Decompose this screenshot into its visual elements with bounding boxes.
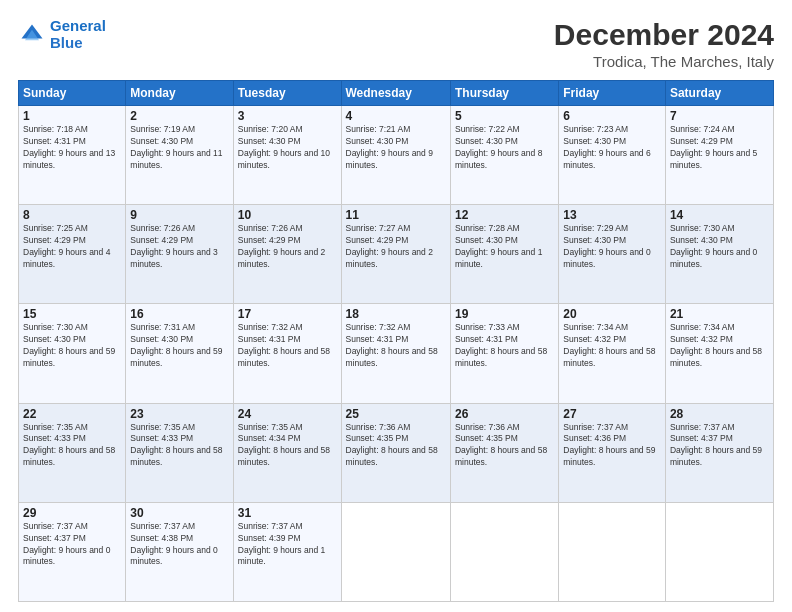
title-block: December 2024 Trodica, The Marches, Ital… — [554, 18, 774, 70]
calendar-week-row: 29Sunrise: 7:37 AMSunset: 4:37 PMDayligh… — [19, 502, 774, 601]
day-number: 2 — [130, 109, 228, 123]
day-of-week-header: Friday — [559, 81, 666, 106]
day-of-week-header: Saturday — [665, 81, 773, 106]
day-number: 10 — [238, 208, 337, 222]
day-number: 25 — [346, 407, 446, 421]
calendar-day-cell: 18Sunrise: 7:32 AMSunset: 4:31 PMDayligh… — [341, 304, 450, 403]
logo-line2: Blue — [50, 34, 83, 51]
calendar-day-cell: 17Sunrise: 7:32 AMSunset: 4:31 PMDayligh… — [233, 304, 341, 403]
day-number: 4 — [346, 109, 446, 123]
calendar-day-cell: 9Sunrise: 7:26 AMSunset: 4:29 PMDaylight… — [126, 205, 233, 304]
calendar-table: SundayMondayTuesdayWednesdayThursdayFrid… — [18, 80, 774, 602]
calendar-day-cell: 21Sunrise: 7:34 AMSunset: 4:32 PMDayligh… — [665, 304, 773, 403]
calendar-day-cell — [341, 502, 450, 601]
day-number: 27 — [563, 407, 661, 421]
day-info: Sunrise: 7:27 AMSunset: 4:29 PMDaylight:… — [346, 223, 446, 271]
day-info: Sunrise: 7:37 AMSunset: 4:38 PMDaylight:… — [130, 521, 228, 569]
day-of-week-header: Tuesday — [233, 81, 341, 106]
day-number: 1 — [23, 109, 121, 123]
day-info: Sunrise: 7:37 AMSunset: 4:37 PMDaylight:… — [23, 521, 121, 569]
day-number: 8 — [23, 208, 121, 222]
day-number: 13 — [563, 208, 661, 222]
calendar-day-cell: 16Sunrise: 7:31 AMSunset: 4:30 PMDayligh… — [126, 304, 233, 403]
day-info: Sunrise: 7:28 AMSunset: 4:30 PMDaylight:… — [455, 223, 554, 271]
day-number: 22 — [23, 407, 121, 421]
day-number: 26 — [455, 407, 554, 421]
day-info: Sunrise: 7:35 AMSunset: 4:34 PMDaylight:… — [238, 422, 337, 470]
header: General Blue December 2024 Trodica, The … — [18, 18, 774, 70]
calendar-day-cell — [559, 502, 666, 601]
calendar-week-row: 1Sunrise: 7:18 AMSunset: 4:31 PMDaylight… — [19, 106, 774, 205]
calendar-day-cell: 12Sunrise: 7:28 AMSunset: 4:30 PMDayligh… — [450, 205, 558, 304]
calendar-day-cell: 29Sunrise: 7:37 AMSunset: 4:37 PMDayligh… — [19, 502, 126, 601]
day-info: Sunrise: 7:18 AMSunset: 4:31 PMDaylight:… — [23, 124, 121, 172]
day-number: 14 — [670, 208, 769, 222]
calendar-week-row: 15Sunrise: 7:30 AMSunset: 4:30 PMDayligh… — [19, 304, 774, 403]
calendar-header-row: SundayMondayTuesdayWednesdayThursdayFrid… — [19, 81, 774, 106]
day-info: Sunrise: 7:29 AMSunset: 4:30 PMDaylight:… — [563, 223, 661, 271]
day-number: 6 — [563, 109, 661, 123]
day-info: Sunrise: 7:23 AMSunset: 4:30 PMDaylight:… — [563, 124, 661, 172]
day-info: Sunrise: 7:34 AMSunset: 4:32 PMDaylight:… — [563, 322, 661, 370]
day-info: Sunrise: 7:33 AMSunset: 4:31 PMDaylight:… — [455, 322, 554, 370]
day-number: 15 — [23, 307, 121, 321]
month-title: December 2024 — [554, 18, 774, 51]
calendar-day-cell: 13Sunrise: 7:29 AMSunset: 4:30 PMDayligh… — [559, 205, 666, 304]
calendar-day-cell: 30Sunrise: 7:37 AMSunset: 4:38 PMDayligh… — [126, 502, 233, 601]
day-of-week-header: Sunday — [19, 81, 126, 106]
day-info: Sunrise: 7:32 AMSunset: 4:31 PMDaylight:… — [346, 322, 446, 370]
calendar-day-cell: 3Sunrise: 7:20 AMSunset: 4:30 PMDaylight… — [233, 106, 341, 205]
logo-line1: General — [50, 17, 106, 34]
day-info: Sunrise: 7:22 AMSunset: 4:30 PMDaylight:… — [455, 124, 554, 172]
day-info: Sunrise: 7:37 AMSunset: 4:39 PMDaylight:… — [238, 521, 337, 569]
calendar-day-cell: 23Sunrise: 7:35 AMSunset: 4:33 PMDayligh… — [126, 403, 233, 502]
day-info: Sunrise: 7:35 AMSunset: 4:33 PMDaylight:… — [23, 422, 121, 470]
day-number: 3 — [238, 109, 337, 123]
calendar-day-cell: 25Sunrise: 7:36 AMSunset: 4:35 PMDayligh… — [341, 403, 450, 502]
day-number: 30 — [130, 506, 228, 520]
day-number: 16 — [130, 307, 228, 321]
day-number: 31 — [238, 506, 337, 520]
day-number: 9 — [130, 208, 228, 222]
calendar-day-cell: 28Sunrise: 7:37 AMSunset: 4:37 PMDayligh… — [665, 403, 773, 502]
calendar-day-cell: 5Sunrise: 7:22 AMSunset: 4:30 PMDaylight… — [450, 106, 558, 205]
calendar-day-cell: 15Sunrise: 7:30 AMSunset: 4:30 PMDayligh… — [19, 304, 126, 403]
day-info: Sunrise: 7:21 AMSunset: 4:30 PMDaylight:… — [346, 124, 446, 172]
day-info: Sunrise: 7:36 AMSunset: 4:35 PMDaylight:… — [455, 422, 554, 470]
calendar-day-cell: 1Sunrise: 7:18 AMSunset: 4:31 PMDaylight… — [19, 106, 126, 205]
calendar-day-cell: 2Sunrise: 7:19 AMSunset: 4:30 PMDaylight… — [126, 106, 233, 205]
day-number: 29 — [23, 506, 121, 520]
day-info: Sunrise: 7:31 AMSunset: 4:30 PMDaylight:… — [130, 322, 228, 370]
calendar-day-cell: 14Sunrise: 7:30 AMSunset: 4:30 PMDayligh… — [665, 205, 773, 304]
calendar-day-cell: 7Sunrise: 7:24 AMSunset: 4:29 PMDaylight… — [665, 106, 773, 205]
calendar-day-cell: 27Sunrise: 7:37 AMSunset: 4:36 PMDayligh… — [559, 403, 666, 502]
day-number: 24 — [238, 407, 337, 421]
page: General Blue December 2024 Trodica, The … — [0, 0, 792, 612]
day-info: Sunrise: 7:36 AMSunset: 4:35 PMDaylight:… — [346, 422, 446, 470]
day-of-week-header: Wednesday — [341, 81, 450, 106]
day-info: Sunrise: 7:37 AMSunset: 4:36 PMDaylight:… — [563, 422, 661, 470]
day-number: 17 — [238, 307, 337, 321]
day-info: Sunrise: 7:32 AMSunset: 4:31 PMDaylight:… — [238, 322, 337, 370]
day-info: Sunrise: 7:35 AMSunset: 4:33 PMDaylight:… — [130, 422, 228, 470]
calendar-day-cell: 26Sunrise: 7:36 AMSunset: 4:35 PMDayligh… — [450, 403, 558, 502]
day-info: Sunrise: 7:34 AMSunset: 4:32 PMDaylight:… — [670, 322, 769, 370]
day-number: 12 — [455, 208, 554, 222]
day-number: 7 — [670, 109, 769, 123]
calendar-day-cell: 6Sunrise: 7:23 AMSunset: 4:30 PMDaylight… — [559, 106, 666, 205]
logo-icon — [18, 21, 46, 49]
calendar-day-cell: 8Sunrise: 7:25 AMSunset: 4:29 PMDaylight… — [19, 205, 126, 304]
day-number: 5 — [455, 109, 554, 123]
location-title: Trodica, The Marches, Italy — [554, 53, 774, 70]
day-number: 21 — [670, 307, 769, 321]
calendar-week-row: 8Sunrise: 7:25 AMSunset: 4:29 PMDaylight… — [19, 205, 774, 304]
calendar-day-cell: 19Sunrise: 7:33 AMSunset: 4:31 PMDayligh… — [450, 304, 558, 403]
calendar-day-cell: 24Sunrise: 7:35 AMSunset: 4:34 PMDayligh… — [233, 403, 341, 502]
calendar-day-cell: 4Sunrise: 7:21 AMSunset: 4:30 PMDaylight… — [341, 106, 450, 205]
day-of-week-header: Thursday — [450, 81, 558, 106]
day-number: 18 — [346, 307, 446, 321]
calendar-body: 1Sunrise: 7:18 AMSunset: 4:31 PMDaylight… — [19, 106, 774, 602]
calendar-day-cell: 10Sunrise: 7:26 AMSunset: 4:29 PMDayligh… — [233, 205, 341, 304]
day-number: 19 — [455, 307, 554, 321]
day-number: 28 — [670, 407, 769, 421]
